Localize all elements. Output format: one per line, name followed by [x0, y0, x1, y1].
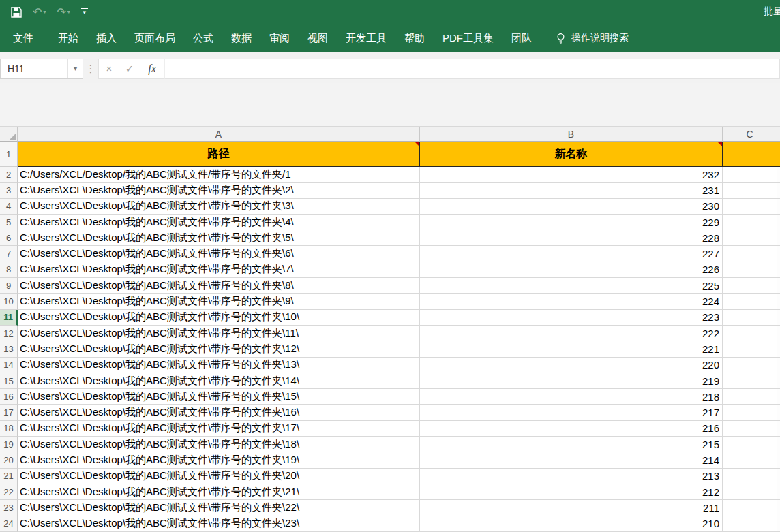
- value-cell[interactable]: 219: [420, 373, 723, 389]
- empty-cell[interactable]: [723, 500, 777, 516]
- header-cell-next[interactable]: [777, 142, 780, 167]
- value-cell[interactable]: 217: [420, 405, 723, 420]
- empty-cell[interactable]: [723, 215, 777, 230]
- empty-cell[interactable]: [723, 246, 777, 262]
- value-cell[interactable]: 216: [420, 421, 723, 437]
- empty-cell[interactable]: [777, 310, 780, 326]
- save-button[interactable]: [11, 7, 22, 18]
- row-header-16[interactable]: 16: [0, 389, 18, 405]
- path-cell[interactable]: C:\Users\XCL\Desktop\我的ABC测试文件\带序号的文件夹\1…: [18, 421, 420, 437]
- value-cell[interactable]: 221: [420, 341, 723, 357]
- row-header-9[interactable]: 9: [0, 278, 18, 294]
- empty-cell[interactable]: [723, 421, 777, 437]
- row-header-14[interactable]: 14: [0, 358, 18, 373]
- path-cell[interactable]: C:\Users\XCL\Desktop\我的ABC测试文件\带序号的文件夹\4…: [18, 215, 420, 230]
- row-header-8[interactable]: 8: [0, 262, 18, 278]
- empty-cell[interactable]: [777, 294, 780, 309]
- path-cell[interactable]: C:\Users\XCL\Desktop\我的ABC测试文件\带序号的文件夹\1…: [18, 389, 420, 405]
- header-cell-path[interactable]: 路径: [18, 142, 420, 167]
- empty-cell[interactable]: [777, 405, 780, 420]
- row-header-10[interactable]: 10: [0, 294, 18, 309]
- empty-cell[interactable]: [723, 452, 777, 468]
- enter-button[interactable]: ✓: [119, 63, 140, 75]
- empty-cell[interactable]: [723, 389, 777, 405]
- ribbon-tab-5[interactable]: 公式: [184, 24, 222, 52]
- path-cell[interactable]: C:\Users\XCL\Desktop\我的ABC测试文件\带序号的文件夹\1…: [18, 358, 420, 373]
- ribbon-tab-4[interactable]: 页面布局: [125, 24, 184, 52]
- empty-cell[interactable]: [723, 262, 777, 278]
- empty-cell[interactable]: [723, 516, 777, 532]
- empty-cell[interactable]: [777, 421, 780, 437]
- empty-cell[interactable]: [777, 358, 780, 373]
- value-cell[interactable]: 227: [420, 246, 723, 262]
- path-cell[interactable]: C:\Users\XCL\Desktop\我的ABC测试文件\带序号的文件夹\6…: [18, 246, 420, 262]
- empty-cell[interactable]: [777, 516, 780, 532]
- empty-cell[interactable]: [723, 358, 777, 373]
- row-header-17[interactable]: 17: [0, 405, 18, 420]
- value-cell[interactable]: 218: [420, 389, 723, 405]
- column-header-b[interactable]: B: [420, 127, 723, 142]
- row-header-23[interactable]: 23: [0, 500, 18, 516]
- row-header-19[interactable]: 19: [0, 437, 18, 452]
- path-cell[interactable]: C:\Users\XCL\Desktop\我的ABC测试文件\带序号的文件夹\5…: [18, 230, 420, 246]
- row-header-21[interactable]: 21: [0, 469, 18, 484]
- chevron-down-icon[interactable]: ▾: [68, 59, 82, 78]
- ribbon-tab-10[interactable]: 帮助: [395, 24, 434, 52]
- column-header-a[interactable]: A: [18, 127, 420, 142]
- row-header-22[interactable]: 22: [0, 484, 18, 500]
- empty-cell[interactable]: [777, 326, 780, 341]
- value-cell[interactable]: 220: [420, 358, 723, 373]
- empty-cell[interactable]: [777, 341, 780, 357]
- empty-cell[interactable]: [723, 310, 777, 326]
- value-cell[interactable]: 232: [420, 167, 723, 183]
- empty-cell[interactable]: [777, 230, 780, 246]
- empty-cell[interactable]: [723, 469, 777, 484]
- value-cell[interactable]: 210: [420, 516, 723, 532]
- empty-cell[interactable]: [723, 167, 777, 183]
- empty-cell[interactable]: [777, 167, 780, 183]
- empty-cell[interactable]: [723, 199, 777, 215]
- ribbon-tab-7[interactable]: 审阅: [260, 24, 299, 52]
- ribbon-tab-11[interactable]: PDF工具集: [434, 24, 502, 52]
- value-cell[interactable]: 229: [420, 215, 723, 230]
- value-cell[interactable]: 212: [420, 484, 723, 500]
- empty-cell[interactable]: [777, 215, 780, 230]
- path-cell[interactable]: C:\Users\XCL\Desktop\我的ABC测试文件\带序号的文件夹\2…: [18, 469, 420, 484]
- row-header-12[interactable]: 12: [0, 326, 18, 341]
- empty-cell[interactable]: [777, 500, 780, 516]
- row-header-24[interactable]: 24: [0, 516, 18, 532]
- empty-cell[interactable]: [777, 262, 780, 278]
- path-cell[interactable]: C:\Users\XCL\Desktop\我的ABC测试文件\带序号的文件夹\7…: [18, 262, 420, 278]
- ribbon-tab-9[interactable]: 开发工具: [337, 24, 395, 52]
- empty-cell[interactable]: [777, 183, 780, 198]
- path-cell[interactable]: C:\Users\XCL\Desktop\我的ABC测试文件\带序号的文件夹\8…: [18, 278, 420, 294]
- path-cell[interactable]: C:\Users\XCL\Desktop\我的ABC测试文件\带序号的文件夹\1…: [18, 452, 420, 468]
- empty-cell[interactable]: [723, 437, 777, 452]
- path-cell[interactable]: C:\Users\XCL\Desktop\我的ABC测试文件\带序号的文件夹\1…: [18, 373, 420, 389]
- value-cell[interactable]: 226: [420, 262, 723, 278]
- ribbon-tab-3[interactable]: 插入: [87, 24, 125, 52]
- ribbon-tab-6[interactable]: 数据: [222, 24, 260, 52]
- path-cell[interactable]: C:\Users\XCL\Desktop\我的ABC测试文件\带序号的文件夹\3…: [18, 199, 420, 215]
- tell-me-search[interactable]: 操作说明搜索: [556, 32, 629, 44]
- empty-cell[interactable]: [723, 405, 777, 420]
- path-cell[interactable]: C:\Users\XCL\Desktop\我的ABC测试文件\带序号的文件夹\2…: [18, 484, 420, 500]
- value-cell[interactable]: 215: [420, 437, 723, 452]
- formula-input[interactable]: [164, 59, 780, 79]
- value-cell[interactable]: 214: [420, 452, 723, 468]
- path-cell[interactable]: C:\Users\XCL\Desktop\我的ABC测试文件\带序号的文件夹\2…: [18, 183, 420, 198]
- empty-cell[interactable]: [777, 452, 780, 468]
- empty-cell[interactable]: [777, 389, 780, 405]
- value-cell[interactable]: 231: [420, 183, 723, 198]
- cancel-button[interactable]: ×: [99, 63, 119, 74]
- row-header-1[interactable]: 1: [0, 142, 18, 167]
- row-header-3[interactable]: 3: [0, 183, 18, 198]
- empty-cell[interactable]: [777, 278, 780, 294]
- path-cell[interactable]: C:\Users\XCL\Desktop\我的ABC测试文件\带序号的文件夹\1…: [18, 437, 420, 452]
- select-all-button[interactable]: [0, 127, 18, 142]
- row-header-7[interactable]: 7: [0, 246, 18, 262]
- undo-button[interactable]: ↶ ▾: [33, 7, 46, 18]
- column-header-next[interactable]: [777, 127, 780, 142]
- empty-cell[interactable]: [723, 373, 777, 389]
- path-cell[interactable]: C:\Users\XCL\Desktop\我的ABC测试文件\带序号的文件夹\2…: [18, 516, 420, 532]
